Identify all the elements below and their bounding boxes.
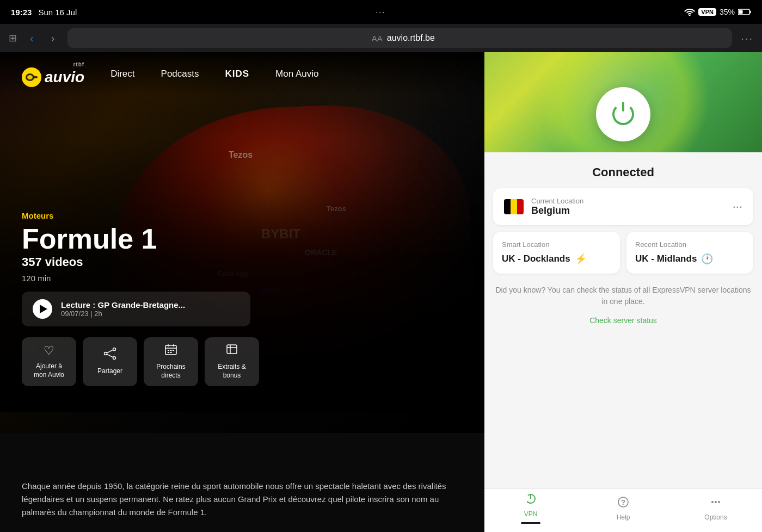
share-button[interactable]: Partager xyxy=(83,337,137,386)
svg-point-7 xyxy=(113,348,116,351)
add-to-auvio-button[interactable]: ♡ Ajouter àmon Auvio xyxy=(22,337,76,386)
play-button[interactable]: Lecture : GP Grande-Bretagne... 09/07/23… xyxy=(22,292,250,326)
vpn-info-text: Did you know? You can check the status o… xyxy=(493,284,753,307)
svg-point-29 xyxy=(715,501,717,503)
battery-icon xyxy=(738,9,751,15)
recent-location-value: UK - Midlands 🕐 xyxy=(635,253,745,265)
extras-button[interactable]: Extraits &bonus xyxy=(205,337,259,386)
calendar-icon xyxy=(164,343,177,358)
location-grid: Smart Location UK - Docklands ⚡ Recent L… xyxy=(493,232,753,274)
svg-rect-21 xyxy=(227,345,237,354)
nav-podcasts[interactable]: Podcasts xyxy=(161,69,199,79)
recent-location-label: Recent Location xyxy=(635,240,745,249)
options-icon xyxy=(710,496,722,511)
battery-level: 35% xyxy=(720,8,735,16)
rtbf-label: rtbf xyxy=(73,61,84,67)
location-more-button[interactable]: ··· xyxy=(733,200,742,214)
smart-location-value: UK - Docklands ⚡ xyxy=(502,253,611,265)
location-type: Current Location xyxy=(531,197,583,205)
forward-button[interactable]: › xyxy=(47,30,59,47)
svg-point-30 xyxy=(718,501,720,503)
connected-label: Connected xyxy=(484,152,762,188)
vpn-tab-vpn[interactable]: VPN xyxy=(484,493,577,524)
url-bar[interactable]: AA auvio.rtbf.be xyxy=(67,28,732,48)
play-info: Lecture : GP Grande-Bretagne... 09/07/23… xyxy=(61,300,185,318)
current-location-card[interactable]: Current Location Belgium ··· xyxy=(493,188,753,225)
vpn-tab-vpn-label: VPN xyxy=(524,510,538,518)
power-button[interactable] xyxy=(596,87,650,141)
description-text: Chaque année depuis 1950, la catégorie r… xyxy=(22,480,463,519)
back-button[interactable]: ‹ xyxy=(26,30,38,47)
tab-indicator xyxy=(521,522,540,524)
nav-kids[interactable]: KIDS xyxy=(225,69,249,79)
vpn-panel: Connected Current Location Belgium ··· S… xyxy=(484,0,762,532)
share-icon xyxy=(103,348,116,363)
calendar-svg xyxy=(164,343,177,355)
action-buttons: ♡ Ajouter àmon Auvio Partager xyxy=(22,337,463,386)
vpn-tab-icon-svg xyxy=(525,493,537,505)
auvio-nav: rtbf auvio Direct Podcasts KIDS Mon Auvi… xyxy=(0,52,484,96)
svg-text:?: ? xyxy=(621,498,625,506)
vpn-tab-bar: VPN ? Help Options xyxy=(484,488,762,532)
wifi-icon xyxy=(684,8,695,16)
play-duration: 2h xyxy=(94,310,102,318)
sidebar-toggle[interactable]: ⊞ xyxy=(9,32,17,44)
svg-line-11 xyxy=(107,354,113,357)
category-label: Moteurs xyxy=(22,211,463,220)
flag-black-strip xyxy=(504,199,511,214)
recent-location-name: UK - Midlands xyxy=(635,253,697,264)
logo-icon xyxy=(26,72,38,82)
options-icon-svg xyxy=(710,496,722,508)
vpn-tab-options[interactable]: Options xyxy=(669,496,762,521)
belgium-flag xyxy=(504,199,524,214)
status-bar: 19:23 Sun 16 Jul ··· VPN 35% xyxy=(0,0,762,24)
svg-point-0 xyxy=(689,15,691,16)
lightning-icon: ⚡ xyxy=(575,253,587,265)
svg-line-10 xyxy=(107,350,113,353)
next-directs-button[interactable]: Prochainsdirects xyxy=(144,337,198,386)
nav-mon-auvio[interactable]: Mon Auvio xyxy=(275,69,318,79)
location-info: Current Location Belgium xyxy=(531,197,583,216)
url-display: auvio.rtbf.be xyxy=(387,33,435,43)
extras-svg xyxy=(225,343,238,355)
location-name: Belgium xyxy=(531,205,583,216)
smart-location-tile[interactable]: Smart Location UK - Docklands ⚡ xyxy=(493,232,620,274)
vpn-body: Connected Current Location Belgium ··· S… xyxy=(484,152,762,488)
recent-location-tile[interactable]: Recent Location UK - Midlands 🕐 xyxy=(626,232,753,274)
play-meta: 09/07/23 | 2h xyxy=(61,310,185,318)
flag-yellow-strip xyxy=(511,199,517,214)
svg-rect-6 xyxy=(33,76,38,78)
smart-location-name: UK - Docklands xyxy=(502,253,570,264)
status-right: VPN 35% xyxy=(684,8,751,16)
add-label: Ajouter àmon Auvio xyxy=(34,362,64,379)
location-left: Current Location Belgium xyxy=(504,197,583,216)
check-status-link[interactable]: Check server status xyxy=(484,316,762,325)
show-duration: 120 min xyxy=(22,274,463,283)
svg-point-28 xyxy=(711,501,714,503)
nav-direct[interactable]: Direct xyxy=(110,69,134,79)
help-icon-svg: ? xyxy=(617,496,629,508)
status-date: Sun 16 Jul xyxy=(38,8,77,17)
svg-point-8 xyxy=(105,352,107,355)
heart-icon: ♡ xyxy=(44,344,54,358)
browser-more-button[interactable]: ··· xyxy=(741,32,753,45)
svg-point-9 xyxy=(113,357,116,360)
svg-rect-17 xyxy=(170,350,172,351)
aa-button[interactable]: AA xyxy=(372,34,383,43)
vpn-power-tab-icon xyxy=(525,493,537,508)
play-triangle xyxy=(40,305,47,313)
smart-location-label: Smart Location xyxy=(502,240,611,249)
play-icon xyxy=(33,299,52,319)
vpn-tab-help[interactable]: ? Help xyxy=(577,496,669,521)
share-svg xyxy=(103,348,116,360)
vpn-tab-options-label: Options xyxy=(704,514,727,521)
auvio-content: Tezos Tezos BYBIT ORACLE Cash App Citrix… xyxy=(0,52,484,532)
logo-text: auvio xyxy=(45,69,84,86)
vpn-badge: VPN xyxy=(698,8,716,16)
power-icon xyxy=(610,101,637,128)
show-subtitle: 357 videos xyxy=(22,255,463,269)
next-directs-label: Prochainsdirects xyxy=(156,363,185,380)
description-section: Chaque année depuis 1950, la catégorie r… xyxy=(0,467,484,532)
browser-chrome: ⊞ ‹ › AA auvio.rtbf.be ··· xyxy=(0,24,762,52)
power-line xyxy=(622,102,624,112)
